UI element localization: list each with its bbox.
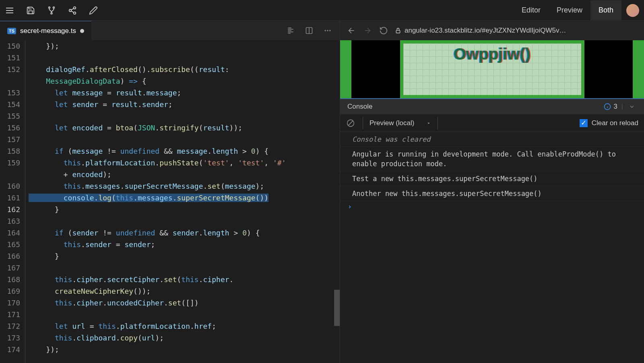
ts-badge-icon: TS (7, 28, 16, 34)
code-line[interactable]: let message = result.message; (29, 87, 340, 99)
line-number: 155 (0, 110, 20, 122)
code-content[interactable]: }); dialogRef.afterClosed().subscribe((r… (25, 40, 340, 363)
svg-point-10 (329, 30, 330, 31)
line-number: 153 (0, 87, 20, 99)
toolbar-right-group: Editor Preview Both (514, 0, 639, 20)
line-number: 158 (0, 145, 20, 157)
back-icon[interactable] (347, 26, 356, 35)
code-line[interactable]: } (29, 204, 340, 215)
code-line[interactable] (29, 110, 340, 122)
reload-icon[interactable] (379, 26, 388, 35)
more-icon[interactable] (323, 26, 332, 35)
line-number (0, 75, 20, 87)
code-line[interactable]: this.messages.superSecretMessage.set(mes… (29, 180, 340, 192)
dropdown-caret-icon (426, 121, 431, 126)
clear-on-reload-toggle[interactable]: ✓ Clear on reload (580, 119, 638, 127)
line-number: 165 (0, 239, 20, 250)
code-line[interactable]: this.cipher.uncodedCipher.set([]) (29, 297, 340, 309)
console-toolbar: Preview (local) ✓ Clear on reload (340, 114, 644, 132)
view-tab-preview[interactable]: Preview (549, 0, 590, 20)
code-line[interactable]: this.platformLocation.pushState('test', … (29, 157, 340, 169)
view-tab-both[interactable]: Both (590, 0, 621, 20)
toolbar-left-group (5, 6, 98, 15)
chevron-down-icon[interactable] (627, 102, 637, 111)
url-bar[interactable]: angular-io23.stackblitz.io/#eyJtZXNzYWdl… (395, 27, 638, 35)
code-line[interactable] (29, 52, 340, 64)
scrollbar-thumb[interactable] (334, 290, 340, 326)
menu-icon[interactable] (5, 6, 14, 15)
code-line[interactable]: dialogRef.afterClosed().subscribe((resul… (29, 64, 340, 75)
code-line[interactable]: if (sender != undefined && sender.length… (29, 227, 340, 239)
code-line[interactable]: this.sender = sender; (29, 239, 340, 250)
svg-point-5 (74, 12, 76, 14)
code-line[interactable]: if (message != undefined && message.leng… (29, 145, 340, 157)
line-number: 164 (0, 227, 20, 239)
file-name: secret-message.ts (20, 27, 76, 35)
forward-icon[interactable] (363, 26, 372, 35)
format-icon[interactable] (286, 26, 295, 35)
line-number: 169 (0, 285, 20, 297)
dirty-indicator-icon (80, 29, 84, 33)
fork-icon[interactable] (47, 6, 56, 15)
line-number: 173 (0, 332, 20, 344)
code-line[interactable]: } (29, 250, 340, 262)
code-line[interactable]: let url = this.platformLocation.href; (29, 320, 340, 332)
info-count-badge[interactable]: 3 (604, 103, 617, 111)
code-line[interactable] (29, 309, 340, 320)
avatar[interactable] (626, 4, 639, 17)
code-line[interactable]: + encoded); (29, 169, 340, 180)
svg-point-1 (53, 6, 55, 8)
split-editor-icon[interactable] (304, 26, 314, 35)
main-area: TS secret-message.ts 1501511521531541551… (0, 21, 644, 363)
console-header-right: 3 | (604, 102, 637, 111)
code-line[interactable] (29, 215, 340, 227)
line-number: 156 (0, 122, 20, 134)
editor-pane: TS secret-message.ts 1501511521531541551… (0, 21, 340, 363)
code-line[interactable]: console.log(this.messages.superSecretMes… (29, 192, 340, 204)
console-prompt[interactable] (340, 201, 644, 212)
code-line[interactable]: let encoded = btoa(JSON.stringify(result… (29, 122, 340, 134)
file-tab-bar: TS secret-message.ts (0, 21, 340, 40)
console-tab[interactable]: Console (347, 103, 372, 111)
code-line[interactable]: }); (29, 344, 340, 355)
line-number: 171 (0, 309, 20, 320)
svg-point-3 (74, 6, 76, 9)
line-number: 161 (0, 192, 20, 204)
code-line[interactable]: let sender = result.sender; (29, 99, 340, 110)
url-text: angular-io23.stackblitz.io/#eyJtZXNzYWdl… (405, 27, 566, 35)
clear-console-icon[interactable] (346, 118, 355, 128)
line-number: 172 (0, 320, 20, 332)
preview-display-text: Owppjiw() (454, 45, 530, 95)
preview-frame: Owppjiw() (400, 40, 584, 98)
console-log-entry: Test a new this.messages.superSecretMess… (340, 171, 644, 186)
code-line[interactable] (29, 262, 340, 274)
clear-on-reload-label: Clear on reload (592, 119, 638, 127)
code-line[interactable]: this.cipher.secretCipher.set(this.cipher… (29, 274, 340, 285)
console-log[interactable]: Console was clearedAngular is running in… (340, 132, 644, 363)
save-icon[interactable] (26, 6, 35, 15)
code-line[interactable]: createNewCipherKey()); (29, 285, 340, 297)
line-number: 162 (0, 204, 20, 215)
edit-icon[interactable] (89, 6, 98, 15)
file-tab[interactable]: TS secret-message.ts (0, 21, 91, 40)
code-area[interactable]: 1501511521531541551561571581591601611621… (0, 40, 340, 363)
top-toolbar: Editor Preview Both (0, 0, 644, 21)
svg-point-0 (49, 6, 50, 8)
view-tab-editor[interactable]: Editor (514, 0, 549, 20)
file-tab-actions (286, 26, 340, 35)
info-count-value: 3 (613, 103, 617, 111)
preview-border-left (340, 40, 351, 98)
line-number: 174 (0, 344, 20, 355)
code-line[interactable]: this.clipboard.copy(url); (29, 332, 340, 344)
line-number: 166 (0, 250, 20, 262)
console-source-select[interactable]: Preview (local) (363, 117, 438, 130)
svg-point-2 (51, 12, 52, 14)
console-log-entry: Angular is running in development mode. … (340, 147, 644, 171)
code-line[interactable]: }); (29, 40, 340, 52)
svg-point-4 (69, 9, 72, 12)
line-number: 150 (0, 40, 20, 52)
code-line[interactable]: MessageDialogData) => { (29, 75, 340, 87)
code-line[interactable] (29, 134, 340, 145)
share-icon[interactable] (68, 6, 77, 15)
line-number: 159 (0, 157, 20, 169)
